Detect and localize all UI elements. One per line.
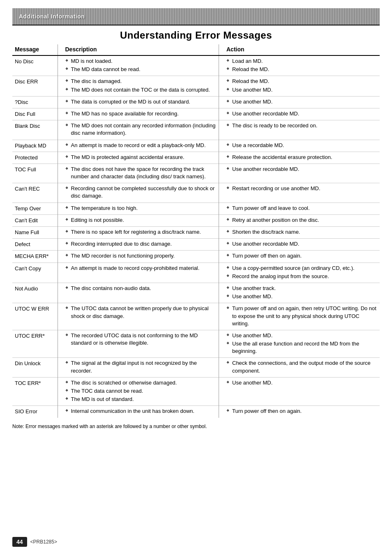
table-row: ProtectedThe MD is protected against acc… <box>12 152 380 164</box>
list-item: The disc does not have the space for rec… <box>65 166 217 180</box>
divider-col-2 <box>219 55 224 76</box>
cell-message: Disc ERR <box>12 76 58 96</box>
cell-description: Editing is not possible. <box>63 214 219 226</box>
list-item: The disc is damaged. <box>65 78 217 85</box>
divider-col-1 <box>58 164 63 183</box>
divider-col-1 <box>58 120 63 140</box>
table-row: Blank DiscThe MD does not contain any re… <box>12 120 380 140</box>
list-item: The MD does not contain any recorded inf… <box>65 122 217 137</box>
cell-action: Turn power off then on again. <box>224 406 380 418</box>
table-row: Name FullThere is no space left for regi… <box>12 227 380 239</box>
divider-col-1 <box>58 152 63 164</box>
cell-description: There is no space left for registering a… <box>63 227 219 239</box>
divider-col-1 <box>58 303 63 330</box>
list-item: The TOC data cannot be read. <box>65 387 217 395</box>
cell-message: TOC ERR* <box>12 377 58 406</box>
list-item: The MD has no space available for record… <box>65 110 217 117</box>
divider-col-1 <box>58 55 63 76</box>
list-item: Use another track. <box>226 285 377 292</box>
cell-description: The disc contains non-audio data. <box>63 283 219 303</box>
list-item: The data is corrupted or the MD is out o… <box>65 98 217 106</box>
list-item: Release the accidental erasure protectio… <box>226 154 377 161</box>
list-item: Reload the MD. <box>226 66 377 73</box>
additional-info-label: Additional Information <box>19 13 85 20</box>
note-text: Note: Error messages marked with an aste… <box>12 424 380 429</box>
divider-col-2 <box>219 96 224 108</box>
divider-col-1 <box>58 358 63 377</box>
divider-col-2 <box>219 251 224 263</box>
divider-col-2 <box>219 263 224 283</box>
divider-col-2 <box>219 303 224 330</box>
cell-description: An attempt is made to record or edit a p… <box>63 140 219 152</box>
list-item: Record the analog input from the source. <box>226 273 377 280</box>
list-item: The MD data cannot be read. <box>65 66 217 73</box>
list-item: The disc contains non-audio data. <box>65 285 217 292</box>
list-item: Use a recordable MD. <box>226 142 377 149</box>
col-header-description: Description <box>63 44 219 55</box>
list-item: The MD does not contain the TOC or the d… <box>65 86 217 94</box>
divider-col-2 <box>219 358 224 377</box>
cell-action: The disc is ready to be recorded on. <box>224 120 380 140</box>
list-item: Use the all erase function and record th… <box>226 340 377 355</box>
divider-col-1 <box>58 76 63 96</box>
list-item: The UTOC data cannot be written properly… <box>65 305 217 320</box>
page-code: <PRB1285> <box>30 539 57 545</box>
top-border-line <box>12 25 380 25</box>
divider-col-2 <box>219 283 224 303</box>
divider-col-1 <box>58 203 63 214</box>
divider-col-2 <box>219 120 224 140</box>
divider-col-2 <box>219 406 224 418</box>
cell-description: The disc does not have the space for rec… <box>63 164 219 183</box>
divider-col-1 <box>58 227 63 239</box>
table-row: Disc ERRThe disc is damaged.The MD does … <box>12 76 380 96</box>
cell-description: An attempt is made to record copy-prohib… <box>63 263 219 283</box>
divider-col-2 <box>219 239 224 251</box>
divider-col-2 <box>219 330 224 358</box>
cell-description: The disc is scratched or otherwise damag… <box>63 377 219 406</box>
list-item: MD is not loaded. <box>65 58 217 65</box>
table-row: TOC ERR*The disc is scratched or otherwi… <box>12 377 380 406</box>
cell-action: Use another MD. <box>224 96 380 108</box>
divider-col-1 <box>58 406 63 418</box>
error-messages-table: Message Description Action No DiscMD is … <box>12 44 380 418</box>
cell-message: Blank Disc <box>12 120 58 140</box>
table-row: Can't CopyAn attempt is made to record c… <box>12 263 380 283</box>
list-item: The disc is scratched or otherwise damag… <box>65 379 217 387</box>
cell-message: MECHA ERR* <box>12 251 58 263</box>
list-item: Load an MD. <box>226 58 377 65</box>
col-header-message: Message <box>12 44 58 55</box>
col-divider-2 <box>219 44 224 55</box>
cell-description: Internal communication in the unit has b… <box>63 406 219 418</box>
divider-col-1 <box>58 140 63 152</box>
table-row: UTOC W ERRThe UTOC data cannot be writte… <box>12 303 380 330</box>
divider-col-1 <box>58 263 63 283</box>
table-row: Can't EditEditing is not possible.Retry … <box>12 214 380 226</box>
list-item: Use another MD. <box>226 379 377 387</box>
table-row: Playback MDAn attempt is made to record … <box>12 140 380 152</box>
cell-message: Can't Edit <box>12 214 58 226</box>
table-row: Temp OverThe temperature is too high.Tur… <box>12 203 380 214</box>
cell-description: MD is not loaded.The MD data cannot be r… <box>63 55 219 76</box>
divider-col-2 <box>219 152 224 164</box>
table-row: MECHA ERR*The MD recorder is not functio… <box>12 251 380 263</box>
divider-col-1 <box>58 108 63 120</box>
list-item: The recorded UTOC data is not conforming… <box>65 332 217 347</box>
list-item: Turn power off and on again, then retry … <box>226 305 377 327</box>
cell-message: Playback MD <box>12 140 58 152</box>
divider-col-1 <box>58 239 63 251</box>
table-header-row: Message Description Action <box>12 44 380 55</box>
divider-col-1 <box>58 377 63 406</box>
list-item: An attempt is made to record copy-prohib… <box>65 265 217 272</box>
cell-message: Protected <box>12 152 58 164</box>
footer-bar: 44 <PRB1285> <box>12 537 57 547</box>
cell-description: The temperature is too high. <box>63 203 219 214</box>
divider-col-1 <box>58 183 63 203</box>
cell-message: SIO Error <box>12 406 58 418</box>
divider-col-1 <box>58 96 63 108</box>
cell-description: The UTOC data cannot be written properly… <box>63 303 219 330</box>
table-row: No DiscMD is not loaded.The MD data cann… <box>12 55 380 76</box>
cell-action: Restart recording or use another MD. <box>224 183 380 203</box>
divider-col-2 <box>219 140 224 152</box>
cell-action: Use a recordable MD. <box>224 140 380 152</box>
divider-col-2 <box>219 377 224 406</box>
